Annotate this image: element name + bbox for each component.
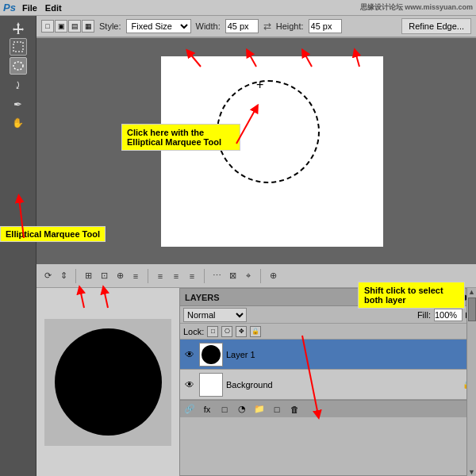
tb2-icon-11[interactable]: ⊠ (226, 270, 239, 282)
tb2-icon-12[interactable]: ⌖ (242, 270, 255, 282)
link-icon: ⇄ (263, 21, 271, 32)
tb2-icon-7[interactable]: ≡ (154, 270, 167, 282)
style-select[interactable]: Fixed Size Normal Fixed Ratio (126, 19, 191, 33)
width-input[interactable] (225, 19, 259, 33)
subtract-selection-icon[interactable]: ▤ (68, 20, 81, 33)
crosshair-cursor: + (256, 79, 263, 91)
layers-panel: LAYERS ▶ Normal Fill: ▶ Lock: □ ⎔ ✥ � (179, 288, 476, 476)
style-label: Style: (99, 21, 121, 31)
bottom-panels: LAYERS ▶ Normal Fill: ▶ Lock: □ ⎔ ✥ � (36, 288, 476, 476)
tb2-sep-4 (260, 269, 261, 283)
add-mask-icon[interactable]: □ (218, 403, 231, 416)
layers-panel-wrapper: LAYERS ▶ Normal Fill: ▶ Lock: □ ⎔ ✥ � (179, 288, 476, 476)
tb2-sep-2 (148, 269, 148, 283)
app-logo: Ps (3, 2, 16, 13)
tb2-icon-1[interactable]: ⟳ (41, 270, 54, 282)
link-layers-icon[interactable]: 🔗 (183, 403, 196, 416)
lock-all-icon[interactable]: 🔒 (250, 326, 261, 337)
fill-value-input[interactable] (434, 309, 463, 321)
click-here-annotation: Click here with the Elliptical Marquee T… (121, 124, 240, 151)
scroll-up-arrow[interactable]: ▲ (467, 288, 476, 296)
tb2-icon-3[interactable]: ⊞ (82, 270, 94, 282)
layer1-thumb-circle (202, 345, 221, 364)
circle-canvas-area (36, 288, 179, 476)
tool-label-annotation: Elliptical Marquee Tool (0, 226, 106, 242)
height-label: Height: (276, 21, 304, 31)
new-group-icon[interactable]: 📁 (253, 403, 266, 416)
svg-point-2 (13, 62, 23, 70)
new-adjustment-icon[interactable]: ◔ (236, 403, 248, 416)
canvas-document: + (161, 56, 383, 247)
lock-move-icon[interactable]: ✥ (236, 326, 247, 337)
left-toolbar: ⤸ ✒ ✋ (0, 16, 36, 476)
tb2-icon-2[interactable]: ⇕ (57, 270, 70, 282)
layer-row-layer1[interactable]: 👁 Layer 1 (180, 340, 475, 370)
menu-bar[interactable]: File Edit (22, 3, 62, 13)
black-circle-shape (55, 328, 162, 436)
layer1-visibility-icon[interactable]: 👁 (183, 348, 196, 361)
svg-marker-0 (13, 22, 24, 34)
shift-click-annotation: Shift click to select both layer (358, 282, 465, 309)
scroll-down-arrow[interactable]: ▼ (467, 468, 476, 476)
refine-edge-button[interactable]: Refine Edge... (401, 18, 471, 34)
svg-rect-1 (13, 42, 23, 52)
top-bar: Ps File Edit 思缘设计论坛 www.missyuan.com (0, 0, 476, 16)
menu-file[interactable]: File (22, 3, 37, 13)
layer1-name: Layer 1 (226, 350, 472, 359)
layers-footer: 🔗 fx □ ◔ 📁 □ 🗑 (180, 400, 475, 417)
tb2-icon-13[interactable]: ⊕ (267, 270, 279, 282)
layers-scrollbar[interactable]: ▲ ▼ (466, 288, 476, 476)
layers-blend-row: Normal Fill: ▶ (180, 306, 475, 324)
layers-lock-row: Lock: □ ⎔ ✥ 🔒 (180, 324, 475, 340)
tb2-icon-5[interactable]: ⊕ (113, 270, 126, 282)
width-label: Width: (196, 21, 221, 31)
background-thumbnail (199, 373, 223, 397)
tb2-icon-8[interactable]: ≡ (170, 270, 182, 282)
add-effect-icon[interactable]: fx (201, 403, 213, 416)
height-input[interactable] (309, 19, 342, 33)
menu-edit[interactable]: Edit (45, 3, 62, 13)
layer1-thumbnail (199, 343, 223, 367)
bottom-section: ⟳ ⇕ ⊞ ⊡ ⊕ ≡ ≡ ≡ ≡ ⋯ ⊠ ⌖ ⊕ LAYERS ▶ (36, 264, 476, 476)
elliptical-marquee-tool[interactable] (10, 57, 27, 75)
layer-row-background[interactable]: 👁 Background 🔒 (180, 370, 475, 400)
hand-tool[interactable]: ✋ (10, 114, 27, 132)
watermark: 思缘设计论坛 www.missyuan.com (360, 2, 473, 13)
tb2-sep-3 (204, 269, 205, 283)
new-layer-icon[interactable]: □ (271, 403, 283, 416)
tb2-sep-1 (75, 269, 76, 283)
add-selection-icon[interactable]: ▣ (55, 20, 67, 33)
fill-label: Fill: (417, 310, 431, 320)
delete-layer-icon[interactable]: 🗑 (288, 403, 301, 416)
marquee-tool[interactable] (10, 38, 27, 56)
intersect-selection-icon[interactable]: ▦ (82, 20, 94, 33)
tb2-icon-6[interactable]: ≡ (129, 270, 142, 282)
lock-label: Lock: (183, 327, 204, 336)
lock-transparent-icon[interactable]: □ (207, 326, 218, 337)
move-tool[interactable] (10, 19, 27, 36)
tb2-icon-9[interactable]: ≡ (186, 270, 198, 282)
lock-image-icon[interactable]: ⎔ (221, 326, 232, 337)
circle-document (44, 319, 171, 446)
pen-tool[interactable]: ✒ (10, 95, 27, 113)
background-visibility-icon[interactable]: 👁 (183, 378, 196, 391)
lasso-tool[interactable]: ⤸ (10, 76, 27, 94)
options-bar: □ ▣ ▤ ▦ Style: Fixed Size Normal Fixed R… (36, 16, 476, 38)
tb2-icon-10[interactable]: ⋯ (210, 270, 223, 282)
new-selection-icon[interactable]: □ (41, 20, 54, 33)
tb2-icon-4[interactable]: ⊡ (98, 270, 110, 282)
blend-mode-select[interactable]: Normal (183, 308, 247, 322)
scrollbar-thumb[interactable] (468, 298, 476, 321)
shape-icons[interactable]: □ ▣ ▤ ▦ (41, 20, 94, 33)
background-layer-name: Background (226, 380, 459, 390)
